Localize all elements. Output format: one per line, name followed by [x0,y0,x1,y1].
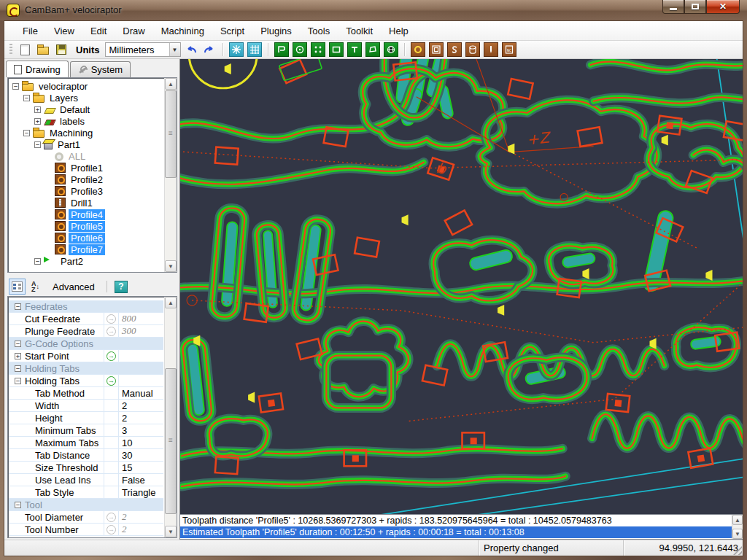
tree-item-label[interactable]: Default [58,104,92,115]
tree-expander[interactable]: + [34,118,41,125]
advanced-button[interactable]: Advanced [45,279,102,295]
tree-expander[interactable]: − [34,258,41,265]
tree-item[interactable]: Drill1 [9,197,163,209]
machine-pocket-button[interactable] [428,42,444,58]
tree-scroll-thumb[interactable] [165,90,177,178]
menu-help[interactable]: Help [381,22,417,40]
scroll-up-icon[interactable]: ▲ [165,78,177,90]
inherit-arrow-icon[interactable] [107,364,116,373]
tree-item[interactable]: Profile4 [9,209,163,220]
tree-item-label[interactable]: Profile6 [69,233,105,244]
property-value[interactable]: Manual [122,388,153,399]
inherit-arrow-icon[interactable] [107,401,116,411]
property-value[interactable]: 2 [122,511,127,523]
inherit-arrow-icon[interactable] [107,488,116,497]
new-document-button[interactable] [17,42,33,58]
tree-item-label[interactable]: Machining [47,128,95,139]
tree-item[interactable]: Profile5 [9,220,163,232]
menu-script[interactable]: Script [212,22,252,40]
property-expander[interactable]: − [15,341,21,347]
menu-view[interactable]: View [46,22,82,40]
property-expander[interactable]: − [15,365,21,372]
tree-expander[interactable]: − [34,141,41,148]
inherit-arrow-icon[interactable] [107,475,116,485]
property-value[interactable]: 800 [122,313,136,324]
property-row[interactable]: Minimum Tabs 3 [9,424,163,437]
property-row[interactable]: Height 2 [9,412,163,424]
property-row[interactable]: Tab Distance 30 [9,449,163,462]
tree-item-label[interactable]: Drill1 [69,198,95,209]
inherit-arrow-icon[interactable] [107,451,116,460]
machine-drill-button[interactable] [483,42,499,58]
tree-item[interactable]: − Layers [9,92,163,104]
inherit-arrow-icon[interactable]: → [107,314,116,324]
draw-circle-button[interactable] [292,42,308,58]
property-row[interactable]: −G-Code Options [9,338,163,350]
property-expander[interactable]: − [15,378,21,384]
tree-item-label[interactable]: Profile7 [69,244,105,255]
property-row[interactable]: −Holding Tabs [9,362,163,375]
property-value[interactable]: 2 [122,413,127,424]
toolbar-grip[interactable] [9,44,12,55]
tree-item-label[interactable]: Part1 [55,139,82,150]
property-value[interactable]: 10 [122,438,132,448]
inherit-arrow-icon[interactable] [107,500,116,510]
property-scrollbar[interactable]: ▲ ▼ [164,297,177,537]
property-row[interactable]: Maximum Tabs 10 [9,437,163,449]
inherit-arrow-icon[interactable] [107,339,116,349]
tree-item-label[interactable]: Profile5 [69,221,105,232]
draw-points-button[interactable] [310,42,326,58]
inherit-arrow-icon[interactable] [107,389,116,398]
tree-item[interactable]: Profile3 [9,185,163,197]
message-scrollbar[interactable]: ▲ ▼ [732,515,743,539]
tree-item[interactable]: − velociraptor [9,80,163,92]
property-row[interactable]: Plunge Feedrate → 300 [9,325,163,338]
alphabetical-sort-button[interactable]: AZ↓ [28,279,42,295]
grid-toggle-button[interactable] [247,42,263,58]
tree-item[interactable]: Profile6 [9,232,163,244]
redo-button[interactable] [201,42,217,58]
minimize-button[interactable] [662,0,684,14]
draw-surface-button[interactable] [383,42,399,58]
property-value[interactable]: False [122,475,145,486]
toolpath-duration-message[interactable]: Estimated Toolpath 'Profile5' duration :… [180,526,743,538]
snap-point-button[interactable] [228,42,244,58]
tree-expander[interactable]: − [23,95,30,101]
machine-profile-button[interactable] [410,42,426,58]
undo-button[interactable] [183,42,199,58]
inherit-arrow-icon[interactable]: → [107,327,116,336]
save-button[interactable] [53,42,69,58]
tree-item-label[interactable]: Profile3 [69,186,105,197]
tree-item-label[interactable]: Profile2 [69,174,105,185]
tree-item[interactable]: Profile7 [9,244,163,255]
draw-text-button[interactable] [347,42,363,58]
scroll-down-icon[interactable]: ▼ [165,260,177,272]
tree-item[interactable]: − Machining [9,127,163,139]
property-row[interactable]: Size Threshold 15 [9,462,163,474]
help-button[interactable]: ? [112,279,131,295]
property-value[interactable]: 300 [122,325,136,337]
property-row[interactable]: −Tool [9,499,163,511]
draw-rectangle-button[interactable] [328,42,344,58]
property-row[interactable]: Use Lead Ins False [9,474,163,486]
tree-item-label[interactable]: Profile1 [69,163,105,174]
tree-expander[interactable]: − [12,83,19,90]
property-value[interactable]: Triangle [122,487,155,498]
draw-polygon-button[interactable] [365,42,381,58]
inherit-arrow-icon[interactable]: → [107,513,116,522]
scroll-up-icon[interactable]: ▲ [732,515,743,525]
property-row[interactable]: Width 2 [9,400,163,412]
inherit-arrow-icon[interactable] [107,463,116,472]
tree-item-label[interactable]: velociraptor [36,81,90,92]
inherit-arrow-icon[interactable] [107,302,116,311]
draw-polyline-button[interactable] [274,42,290,58]
drawing-canvas[interactable]: +Z b [179,59,743,514]
toolpath-distance-message[interactable]: Toolpath distance 'Profile5' : 10268.536… [180,515,743,526]
menu-tools[interactable]: Tools [300,22,338,40]
inherit-arrow-icon[interactable]: → [107,525,116,534]
tab-system[interactable]: System [70,61,131,77]
menu-file[interactable]: File [15,22,46,40]
machine-engrave-button[interactable] [446,42,462,58]
tree-item[interactable]: ALL [9,150,163,162]
inherit-arrow-icon[interactable] [107,426,116,435]
